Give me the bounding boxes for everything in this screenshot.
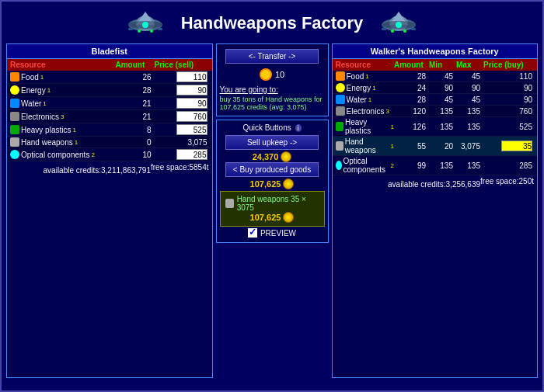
water-amount-right: 28 (394, 95, 429, 104)
quick-buttons-box: Quick Buttons i Sell upkeep -> 24,370 < … (216, 120, 329, 243)
water-amount-left: 21 (116, 99, 155, 108)
energy-price-right: 90 (483, 84, 534, 92)
energy-icon (10, 85, 19, 95)
food-amount-right: 28 (394, 72, 429, 81)
table-row: Optical components2 10 (7, 148, 212, 161)
svg-point-8 (150, 29, 153, 33)
free-space-label-left: free space: (151, 163, 189, 172)
table-row: Energy1 24 90 90 90 (333, 82, 538, 94)
preview-checkbox[interactable] (248, 228, 257, 238)
food-min-right: 45 (429, 72, 456, 81)
electronics-price-input-left[interactable] (176, 111, 207, 122)
electronics-price-right: 760 (483, 107, 534, 116)
going-to-text: buy 35 tons of Hand weapons for 107,625 … (220, 95, 325, 111)
free-space-value-left: 5854t (189, 163, 208, 172)
buy-amount: 107,625 (250, 179, 281, 189)
handweapons-icon (10, 137, 19, 147)
energy-amount-right: 24 (394, 84, 429, 92)
water-price-input-left[interactable] (176, 98, 207, 109)
optical-max-right: 135 (456, 161, 483, 170)
table-row: Water1 28 45 45 90 (333, 94, 538, 106)
svg-rect-6 (158, 28, 162, 30)
handweapons-amount-left: 0 (116, 138, 155, 147)
going-to-section: You are going to: buy 35 tons of Hand we… (220, 85, 325, 111)
transfer-button[interactable]: <- Transfer -> (225, 49, 319, 64)
plastics-max-right: 135 (456, 123, 483, 131)
buy-goods-button[interactable]: < Buy produced goods (225, 162, 319, 177)
plastics-price-input-left[interactable] (176, 124, 207, 135)
preview-label: PREVIEW (260, 229, 296, 238)
plastics-price-right: 525 (483, 123, 534, 131)
electronics-max-right: 135 (456, 107, 483, 116)
coin-icon (281, 151, 291, 162)
tooltip-weapon-icon (225, 199, 234, 208)
resource-plastics-right: Heavy plastics1 (336, 118, 395, 135)
optical-icon (10, 150, 19, 159)
svg-point-13 (396, 22, 402, 28)
middle-panel: <- Transfer -> 10 You are going to: buy … (216, 43, 329, 378)
plastics-icon (10, 125, 19, 134)
resource-electronics-right: Electronics3 (336, 106, 395, 116)
main-window: Handweapons Factory Bladefist Resource A… (0, 0, 544, 392)
water-max-right: 45 (456, 95, 483, 104)
optical-amount-left: 10 (116, 151, 155, 159)
electronics-min-right: 135 (429, 107, 456, 116)
right-col-max: Max (456, 61, 483, 69)
spaceship-right-icon (375, 8, 422, 39)
right-col-min: Min (429, 61, 456, 69)
table-row: Hand weapons1 55 20 3,075 (333, 137, 538, 156)
energy-min-right: 90 (429, 84, 456, 92)
svg-point-7 (138, 29, 141, 33)
plastics-min-right: 135 (429, 123, 456, 131)
electronics-icon (10, 112, 19, 121)
svg-point-17 (403, 29, 406, 33)
food-max-right: 45 (456, 72, 483, 81)
left-col-resource: Resource (10, 61, 116, 69)
table-row: Energy1 28 (7, 84, 212, 97)
plastics-amount-left: 8 (116, 126, 155, 134)
table-row: Food1 26 (7, 71, 212, 84)
food-price-input-left[interactable] (176, 71, 207, 82)
svg-point-4 (142, 22, 148, 28)
right-col-resource: Resource (336, 61, 395, 69)
transfer-box: <- Transfer -> 10 You are going to: buy … (216, 43, 329, 116)
left-table-header: Resource Amount Price (sell) (7, 59, 212, 71)
header: Handweapons Factory (2, 2, 542, 43)
energy-icon-right (336, 83, 345, 92)
energy-price-input-left[interactable] (176, 85, 207, 95)
sell-amount: 24,370 (253, 152, 279, 161)
optical-price-input-left[interactable] (176, 149, 207, 160)
page-title: Handweapons Factory (181, 13, 364, 33)
free-space-label-right: free space: (480, 177, 518, 186)
resource-food-left: Food1 (10, 72, 116, 82)
resource-optical-left: Optical components2 (10, 150, 116, 159)
available-credits-label-left: available credits: (44, 166, 101, 175)
electronics-price-left (155, 111, 209, 122)
food-amount-left: 26 (116, 73, 155, 82)
coin-icon-2 (283, 179, 294, 189)
sell-upkeep-button[interactable]: Sell upkeep -> (225, 135, 319, 150)
plastics-price-left (155, 124, 209, 135)
handweapons-max-right: 3,075 (456, 142, 483, 151)
going-to-title: You are going to: (220, 85, 325, 94)
resource-food-right: Food1 (336, 71, 395, 81)
buy-amount-display: 107,625 (220, 179, 325, 189)
resource-plastics-left: Heavy plastics1 (10, 125, 116, 134)
optical-icon-right (336, 161, 342, 170)
resource-optical-right: Optical components2 (336, 157, 395, 174)
left-col-amount: Amount (116, 61, 155, 69)
available-credits-value-left: 3,211,863,791 (101, 166, 151, 175)
handweapons-price-input-right[interactable] (501, 140, 532, 151)
table-row: Heavy plastics1 8 (7, 123, 212, 137)
optical-price-right: 285 (483, 161, 534, 170)
trade-amount: 10 (275, 70, 284, 79)
tooltip-box: Hand weapons 35 × 3075 107,625 (220, 191, 325, 227)
water-min-right: 45 (429, 95, 456, 104)
credits-icon (260, 68, 272, 81)
table-row: Food1 28 45 45 110 (333, 71, 538, 82)
right-col-price: Price (buy) (483, 61, 534, 69)
main-content: Bladefist Resource Amount Price (sell) F… (2, 43, 542, 378)
water-icon-right (336, 95, 345, 104)
tooltip-item: Hand weapons 35 × 3075 (225, 195, 319, 212)
resource-handweapons-left: Hand weapons1 (10, 137, 116, 147)
